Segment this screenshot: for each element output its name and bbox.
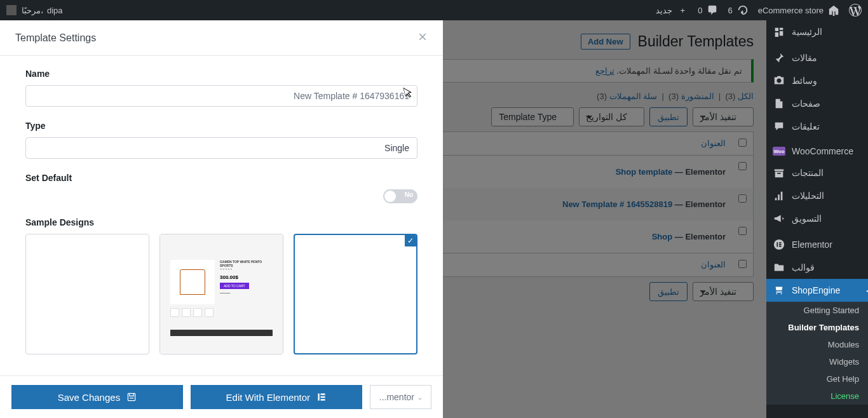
mentor-label: ...mentor bbox=[379, 392, 414, 402]
menu-dashboard[interactable]: الرئيسية bbox=[766, 20, 868, 43]
mentor-button[interactable]: ...mentor ⌵ bbox=[370, 385, 431, 409]
default-label: Set Default bbox=[25, 173, 417, 183]
menu-posts[interactable]: مقالات bbox=[766, 46, 868, 69]
svg-rect-5 bbox=[128, 393, 135, 400]
menu-analytics[interactable]: التحليلات bbox=[766, 184, 868, 207]
megaphone-icon bbox=[773, 212, 785, 225]
submenu-modules[interactable]: Modules bbox=[766, 336, 868, 353]
dashboard-icon bbox=[773, 25, 785, 38]
menu-comments[interactable]: تعليقات bbox=[766, 115, 868, 138]
type-label: Type bbox=[25, 121, 417, 131]
design-card-blank[interactable]: ✓ bbox=[294, 234, 417, 354]
media-icon bbox=[773, 74, 785, 87]
submenu-widgets[interactable]: Widgets bbox=[766, 353, 868, 370]
svg-rect-1 bbox=[776, 242, 778, 246]
edit-label: Edit With Elementor bbox=[226, 392, 311, 403]
template-settings-modal: Template Settings Name Type Single ⌵ Set… bbox=[0, 20, 443, 418]
avatar[interactable] bbox=[6, 5, 17, 15]
name-input[interactable] bbox=[25, 85, 417, 107]
site-link[interactable]: eCommerce store bbox=[758, 4, 840, 17]
svg-rect-2 bbox=[779, 242, 782, 243]
analytics-icon bbox=[773, 189, 785, 202]
modal-title: Template Settings bbox=[15, 32, 96, 44]
edit-elementor-button[interactable]: Edit With Elementor bbox=[191, 385, 362, 409]
menu-elementor[interactable]: Elementor bbox=[766, 233, 868, 256]
comments-count: 0 bbox=[698, 6, 702, 15]
designs-label: Sample Designs bbox=[25, 217, 417, 227]
svg-rect-3 bbox=[779, 244, 782, 245]
toggle-handle bbox=[384, 191, 396, 202]
submenu-builder-templates[interactable]: Builder Templates bbox=[766, 319, 868, 336]
design-card-sample[interactable]: GAMEN TOP WHITE PENTO SPORTS ★★★★★ 300.0… bbox=[159, 234, 283, 354]
account-link[interactable]: مرحبًا، dipa bbox=[22, 6, 63, 15]
woo-icon: Woo bbox=[773, 147, 785, 156]
menu-templates[interactable]: قوالب bbox=[766, 256, 868, 279]
save-icon bbox=[126, 392, 137, 402]
page-icon bbox=[773, 97, 785, 110]
check-icon: ✓ bbox=[405, 235, 416, 246]
folder-icon bbox=[773, 261, 785, 274]
comments-link[interactable]: 0 bbox=[698, 4, 719, 17]
elementor-icon bbox=[316, 392, 327, 402]
type-select[interactable]: Single bbox=[25, 137, 417, 159]
submenu-get-help[interactable]: Get Help bbox=[766, 370, 868, 388]
elementor-icon bbox=[773, 238, 785, 251]
comment-icon bbox=[773, 120, 785, 133]
close-button[interactable] bbox=[417, 30, 428, 45]
submenu-license[interactable]: License bbox=[766, 388, 868, 405]
menu-woocommerce[interactable]: WooCommerceWoo bbox=[766, 141, 868, 161]
products-icon bbox=[773, 166, 785, 179]
chevron-down-icon: ⌵ bbox=[418, 394, 422, 401]
svg-rect-4 bbox=[779, 246, 782, 247]
default-toggle[interactable]: No bbox=[383, 189, 417, 203]
menu-pages[interactable]: صفحات bbox=[766, 92, 868, 115]
updates-count: 6 bbox=[728, 6, 732, 15]
wp-logo[interactable] bbox=[849, 4, 862, 17]
svg-rect-7 bbox=[320, 393, 325, 394]
username-text: dipa bbox=[47, 6, 63, 15]
design-card-2[interactable] bbox=[25, 234, 149, 354]
pin-icon bbox=[773, 51, 785, 64]
toggle-label: No bbox=[405, 191, 413, 198]
svg-rect-6 bbox=[318, 393, 319, 400]
svg-rect-9 bbox=[320, 399, 325, 400]
menu-shopengine[interactable]: ◀ShopEngine bbox=[766, 279, 868, 302]
updates-link[interactable]: 6 bbox=[728, 4, 749, 17]
save-button[interactable]: Save Changes bbox=[11, 385, 183, 409]
new-label: جديد bbox=[656, 6, 672, 15]
name-label: Name bbox=[25, 69, 417, 79]
preview-title: GAMEN TOP WHITE PENTO SPORTS bbox=[220, 260, 273, 267]
svg-rect-8 bbox=[320, 396, 325, 398]
greeting-text: مرحبًا، bbox=[22, 6, 43, 15]
menu-marketing[interactable]: التسويق bbox=[766, 207, 868, 230]
submenu-getting-started[interactable]: Getting Started bbox=[766, 302, 868, 319]
preview-price: 300.00$ bbox=[220, 274, 273, 280]
site-name-text: eCommerce store bbox=[758, 6, 824, 15]
menu-products[interactable]: المنتجات bbox=[766, 161, 868, 184]
shopengine-icon bbox=[773, 284, 785, 297]
save-label: Save Changes bbox=[58, 392, 120, 403]
menu-media[interactable]: وسائط bbox=[766, 69, 868, 92]
new-content-link[interactable]: +جديد bbox=[656, 4, 689, 17]
